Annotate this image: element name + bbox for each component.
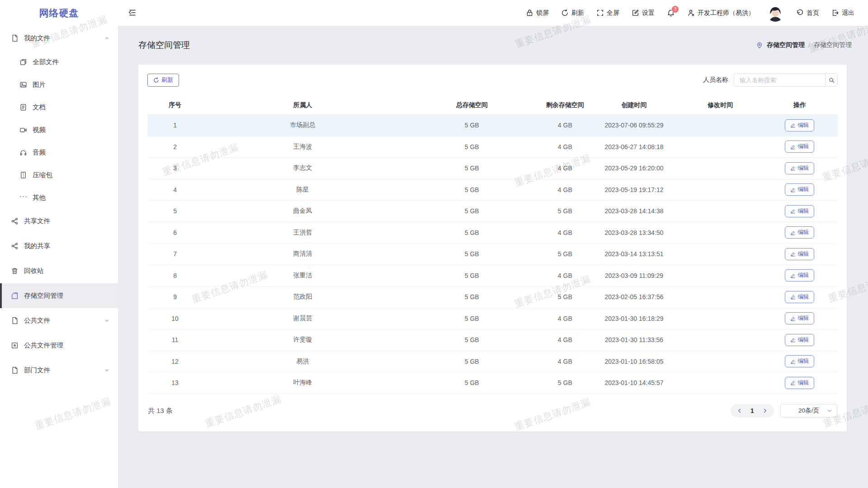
user-avatar[interactable]	[767, 5, 784, 22]
user-role-button[interactable]: 开发工程师（易洪）	[687, 9, 755, 17]
sidebar-fold-icon[interactable]	[127, 9, 137, 18]
chevron-down-icon	[104, 318, 110, 324]
refresh-icon	[561, 9, 569, 17]
page-size-select[interactable]: 20条/页	[780, 404, 837, 418]
table-row: 8 张重洁 5 GB 4 GB 2023-03-09 11:09:29 编辑	[147, 265, 838, 287]
edit-button[interactable]: 编辑	[785, 162, 814, 174]
sidebar-item-my-shares[interactable]: 我的共享	[0, 234, 118, 258]
search-group: 人员名称	[703, 73, 838, 87]
sidebar-item-videos[interactable]: 视频	[0, 118, 118, 141]
video-icon	[19, 126, 27, 134]
file-icon	[11, 34, 19, 42]
notification-button[interactable]: 3	[667, 9, 675, 17]
search-button[interactable]	[825, 74, 837, 86]
edit-button[interactable]: 编辑	[785, 377, 814, 389]
table-row: 13 叶海峰 5 GB 5 GB 2023-01-10 14:45:57 编辑	[147, 372, 838, 394]
edit-button[interactable]: 编辑	[785, 205, 814, 217]
sidebar: 网络硬盘 我的文件 全部文件 图片 文档 视频 音频	[0, 0, 118, 488]
edit-button[interactable]: 编辑	[785, 248, 814, 260]
sidebar-item-audio[interactable]: 音频	[0, 141, 118, 164]
lock-icon	[526, 9, 533, 17]
table-row: 10 谢晨芸 5 GB 4 GB 2023-01-30 16:18:29 编辑	[147, 308, 838, 330]
file-icon	[11, 366, 19, 374]
search-box	[734, 73, 838, 87]
sidebar-item-my-files[interactable]: 我的文件	[0, 26, 118, 51]
edit-button[interactable]: 编辑	[785, 291, 814, 303]
chevron-down-icon	[827, 408, 832, 413]
table-row: 7 商清清 5 GB 5 GB 2023-03-14 13:13:51 编辑	[147, 244, 838, 265]
sidebar-item-all-files[interactable]: 全部文件	[0, 51, 118, 73]
table-row: 3 李志文 5 GB 4 GB 2023-05-29 16:20:00 编辑	[147, 158, 838, 179]
sidebar-item-archives[interactable]: 压缩包	[0, 164, 118, 186]
edit-button[interactable]: 编辑	[785, 141, 814, 153]
table-refresh-button[interactable]: 刷新	[147, 74, 179, 87]
breadcrumb: 存储空间管理 / 存储空间管理	[756, 41, 852, 49]
sidebar-item-public-file-management[interactable]: 公共文件管理	[0, 333, 118, 358]
sidebar-item-images[interactable]: 图片	[0, 73, 118, 96]
fullscreen-button[interactable]: 全屏	[596, 9, 619, 17]
current-page[interactable]: 1	[746, 407, 759, 414]
total-count: 共 13 条	[148, 407, 173, 415]
edit-pencil-icon	[790, 230, 796, 235]
sidebar-item-department-files[interactable]: 部门文件	[0, 358, 118, 383]
page-title: 存储空间管理	[138, 39, 190, 51]
chevron-left-icon	[737, 408, 742, 413]
next-page-button[interactable]	[759, 404, 771, 418]
sidebar-item-label: 音频	[33, 148, 46, 157]
sidebar-item-recycle-bin[interactable]: 回收站	[0, 258, 118, 283]
sidebar-item-other[interactable]: ··· 其他	[0, 186, 118, 209]
edit-button[interactable]: 编辑	[785, 226, 814, 239]
sidebar-item-label: 公共文件	[24, 316, 50, 325]
breadcrumb-current: 存储空间管理	[814, 41, 852, 49]
prev-page-button[interactable]	[733, 404, 746, 418]
sidebar-item-label: 全部文件	[33, 58, 59, 66]
avatar-image	[767, 5, 784, 22]
chevron-right-icon	[762, 408, 768, 413]
sidebar-nav: 我的文件 全部文件 图片 文档 视频 音频 压缩包 ···	[0, 26, 118, 383]
notification-badge: 3	[671, 5, 679, 13]
breadcrumb-root[interactable]: 存储空间管理	[767, 41, 805, 49]
sidebar-item-documents[interactable]: 文档	[0, 96, 118, 118]
file-icon	[11, 317, 19, 324]
table-row: 6 王洪哲 5 GB 4 GB 2023-03-28 13:34:50 编辑	[147, 222, 838, 244]
refresh-button[interactable]: 刷新	[561, 9, 584, 17]
settings-button[interactable]: 设置	[632, 9, 655, 17]
search-icon	[828, 77, 835, 84]
table-row: 12 易洪 5 GB 4 GB 2023-01-10 16:58:05 编辑	[147, 351, 838, 373]
edit-button[interactable]: 编辑	[785, 355, 814, 367]
trash-icon	[11, 267, 19, 275]
breadcrumb-separator: /	[808, 42, 810, 49]
edit-button[interactable]: 编辑	[785, 269, 814, 282]
topbar-actions: 锁屏 刷新 全屏 设置 3 开发工程师（易洪）	[526, 5, 854, 22]
storage-card-icon	[11, 292, 19, 300]
edit-button[interactable]: 编辑	[785, 119, 814, 131]
logout-button[interactable]: 退出	[831, 9, 854, 17]
sidebar-item-label: 回收站	[24, 267, 44, 275]
card-footer: 共 13 条 1 20条/页	[147, 394, 838, 432]
table-row: 5 曲金凤 5 GB 5 GB 2023-03-28 14:14:38 编辑	[147, 201, 838, 222]
column-header: 总存储空间	[403, 101, 541, 109]
pagination: 1 20条/页	[731, 404, 837, 418]
edit-button[interactable]: 编辑	[785, 312, 814, 324]
sidebar-item-public-files[interactable]: 公共文件	[0, 308, 118, 333]
sidebar-item-shared-files[interactable]: 共享文件	[0, 209, 118, 234]
sidebar-item-label: 我的文件	[24, 34, 50, 42]
sidebar-item-label: 压缩包	[33, 171, 52, 179]
edit-button[interactable]: 编辑	[785, 183, 814, 196]
edit-pencil-icon	[790, 251, 796, 257]
search-input[interactable]	[734, 74, 825, 86]
table-row: 4 陈星 5 GB 4 GB 2023-05-19 19:17:12 编辑	[147, 179, 838, 201]
edit-button[interactable]: 编辑	[785, 334, 814, 346]
sidebar-item-label: 图片	[33, 80, 46, 89]
lock-screen-button[interactable]: 锁屏	[526, 9, 549, 17]
sidebar-item-label: 文档	[33, 103, 46, 112]
column-header: 剩余存储空间	[541, 101, 589, 109]
search-label: 人员名称	[703, 76, 728, 84]
home-button[interactable]: 首页	[796, 9, 819, 17]
sidebar-item-label: 存储空间管理	[24, 291, 63, 300]
column-header: 操作	[762, 101, 838, 109]
location-pin-icon	[756, 42, 763, 49]
column-header: 序号	[147, 101, 203, 109]
sidebar-item-storage-management[interactable]: 存储空间管理	[0, 283, 118, 308]
edit-pencil-icon	[790, 144, 796, 150]
